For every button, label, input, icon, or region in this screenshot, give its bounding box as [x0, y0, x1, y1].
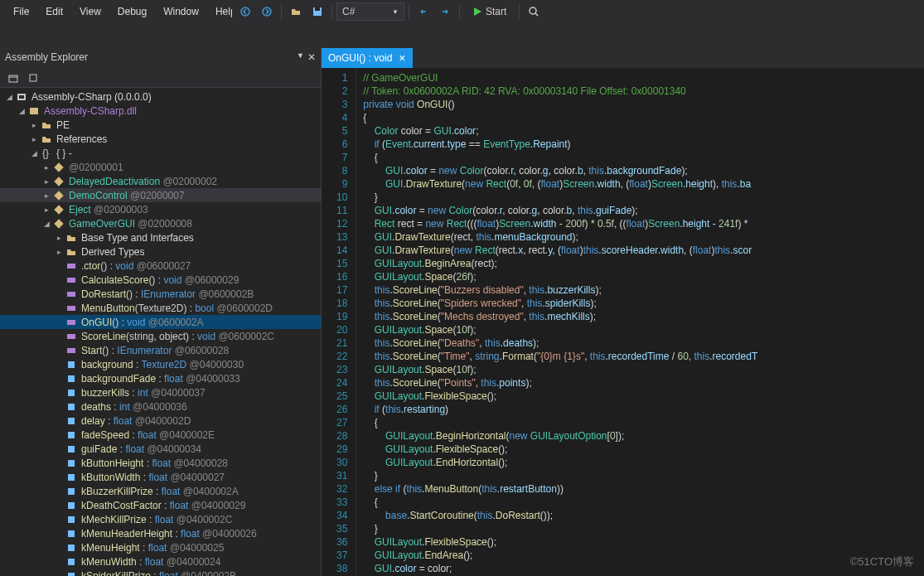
toolbar: C#▼ Start [232, 0, 547, 23]
tree-row[interactable]: ◢Assembly-CSharp.dll [0, 104, 321, 118]
tab-label: OnGUI() : void [328, 52, 392, 64]
svg-point-1 [263, 7, 271, 16]
tab-ongui[interactable]: OnGUI() : void × [322, 48, 413, 68]
tree-row[interactable]: ▸Eject @02000003 [0, 202, 321, 216]
svg-rect-28 [68, 432, 75, 438]
tree-row[interactable]: fadeSpeed : float @0400002E [0, 428, 321, 442]
tree-row[interactable]: kMenuHeaderHeight : float @04000026 [0, 526, 321, 540]
tree-row[interactable]: CalculateScore() : void @06000029 [0, 273, 321, 287]
svg-rect-34 [68, 516, 75, 523]
svg-rect-19 [67, 306, 75, 311]
tree-row[interactable]: OnGUI() : void @0600002A [0, 315, 321, 329]
menu-debug[interactable]: Debug [109, 2, 155, 21]
tree-row[interactable]: kButtonHeight : float @04000028 [0, 456, 321, 470]
svg-rect-11 [54, 162, 63, 172]
menu-file[interactable]: File [5, 2, 37, 21]
tree-row[interactable]: ▸References [0, 132, 321, 146]
assembly-explorer-panel: Assembly Explorer ▼ ✕ ◢Assembly-CSharp (… [0, 46, 322, 576]
panel-header: Assembly Explorer ▼ ✕ [0, 46, 321, 68]
tree-row[interactable]: ▸Base Type and Interfaces [0, 230, 321, 244]
tree-row[interactable]: delay : float @0400002D [0, 414, 321, 428]
tree-row[interactable]: ▸PE [0, 118, 321, 132]
tab-strip: OnGUI() : void × [322, 46, 924, 68]
tree-row[interactable]: kButtonWidth : float @04000027 [0, 470, 321, 484]
svg-point-4 [530, 7, 536, 14]
refresh-icon[interactable] [23, 69, 43, 87]
tree-row[interactable]: background : Texture2D @04000030 [0, 357, 321, 371]
panel-toolbar [0, 68, 321, 88]
undo-icon[interactable] [414, 2, 433, 21]
close-panel-icon[interactable]: ✕ [307, 51, 316, 63]
svg-rect-8 [19, 95, 24, 99]
dropdown-icon[interactable]: ▼ [297, 51, 304, 63]
tree-row[interactable]: kSpiderKillPrize : float @0400002B [0, 569, 321, 576]
svg-rect-23 [68, 361, 75, 368]
menu-edit[interactable]: Edit [37, 2, 71, 21]
open-icon[interactable] [286, 2, 306, 21]
svg-rect-15 [54, 219, 63, 228]
tree-row[interactable]: .ctor() : void @06000027 [0, 259, 321, 273]
tree-row[interactable]: kBuzzerKillPrize : float @0400002A [0, 484, 321, 498]
svg-rect-18 [67, 292, 75, 297]
panel-title: Assembly Explorer [5, 51, 88, 63]
svg-rect-21 [67, 334, 75, 339]
svg-rect-35 [68, 530, 75, 537]
close-tab-icon[interactable]: × [399, 52, 405, 64]
svg-rect-14 [54, 205, 63, 214]
line-gutter: 1234567891011121314151617181920212223242… [322, 68, 356, 576]
svg-rect-31 [68, 474, 75, 481]
tree-row[interactable]: ▸ @02000001 [0, 160, 321, 174]
svg-rect-37 [68, 559, 75, 565]
svg-rect-32 [68, 488, 75, 495]
tree-row[interactable]: ▸DelayedDeactivation @02000002 [0, 174, 321, 188]
svg-rect-33 [68, 502, 75, 509]
nav-back-icon[interactable] [235, 2, 255, 21]
tree-row[interactable]: buzzerKills : int @04000037 [0, 385, 321, 399]
tree-row[interactable]: deaths : int @04000036 [0, 399, 321, 414]
svg-rect-27 [68, 418, 75, 424]
svg-text:{}: {} [42, 148, 49, 159]
search-icon[interactable] [524, 2, 544, 21]
tree-row[interactable]: ◢GameOverGUI @02000008 [0, 216, 321, 230]
redo-icon[interactable] [435, 2, 455, 21]
tree-row[interactable]: kMenuWidth : float @04000024 [0, 554, 321, 569]
tree-row[interactable]: backgroundFade : float @04000033 [0, 371, 321, 385]
tree-view[interactable]: ◢Assembly-CSharp (0.0.0.0)◢Assembly-CSha… [0, 88, 321, 576]
svg-rect-22 [67, 348, 75, 353]
source-text: // GameOverGUI // Token: 0x0600002A RID:… [356, 68, 757, 576]
tree-row[interactable]: DoRestart() : IEnumerator @0600002B [0, 287, 321, 301]
svg-rect-36 [68, 545, 75, 551]
code-editor[interactable]: 1234567891011121314151617181920212223242… [322, 68, 924, 576]
svg-rect-20 [67, 320, 75, 325]
svg-rect-3 [315, 7, 320, 11]
svg-rect-25 [68, 390, 75, 396]
svg-rect-38 [68, 573, 75, 577]
tree-row[interactable]: kDeathCostFactor : float @04000029 [0, 498, 321, 512]
watermark: ©51CTO博客 [850, 554, 914, 569]
svg-rect-13 [54, 191, 63, 200]
svg-rect-6 [30, 75, 36, 81]
tree-row[interactable]: ◢Assembly-CSharp (0.0.0.0) [0, 90, 321, 104]
menu-window[interactable]: Window [155, 2, 207, 21]
svg-point-0 [241, 7, 249, 16]
svg-rect-24 [68, 375, 75, 382]
tree-row[interactable]: ScoreLine(string, object) : void @060000… [0, 329, 321, 343]
save-icon[interactable] [307, 2, 327, 21]
tree-row[interactable]: ◢{}{ } - [0, 146, 321, 160]
tree-row[interactable]: Start() : IEnumerator @06000028 [0, 343, 321, 357]
nav-forward-icon[interactable] [257, 2, 277, 21]
tree-row[interactable]: kMenuHeight : float @04000025 [0, 540, 321, 554]
start-button[interactable]: Start [464, 2, 515, 21]
tree-row[interactable]: guiFade : float @04000034 [0, 442, 321, 456]
tree-row[interactable]: ▸DemoControl @02000007 [0, 188, 321, 202]
svg-rect-26 [68, 404, 75, 410]
tree-row[interactable]: MenuButton(Texture2D) : bool @0600002D [0, 301, 321, 315]
tree-row[interactable]: ▸Derived Types [0, 244, 321, 259]
collapse-icon[interactable] [3, 69, 23, 87]
menu-view[interactable]: View [71, 2, 109, 21]
svg-rect-5 [9, 75, 17, 82]
tree-row[interactable]: kMechKillPrize : float @0400002C [0, 512, 321, 526]
svg-rect-9 [30, 108, 38, 114]
language-combo[interactable]: C#▼ [336, 2, 404, 21]
svg-rect-17 [67, 278, 75, 283]
